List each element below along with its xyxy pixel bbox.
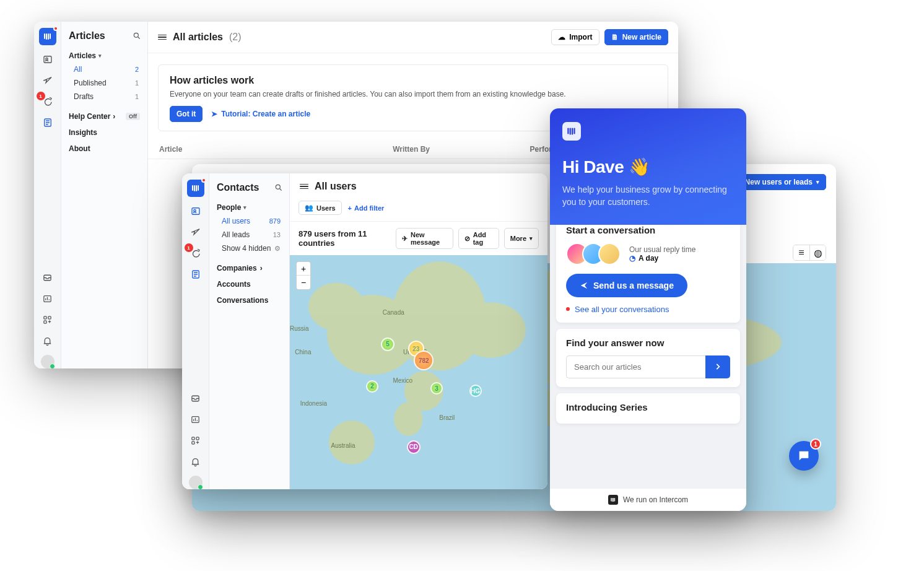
articles-subnav: Articles Articles▾ All2 Published1 Draft… xyxy=(61,22,148,368)
conversations-icon[interactable]: 1 xyxy=(189,246,203,260)
articles-icon[interactable] xyxy=(189,268,203,281)
svg-rect-9 xyxy=(44,316,46,318)
people-group-toggle[interactable]: People▾ xyxy=(209,199,289,214)
svg-rect-23 xyxy=(196,437,199,439)
about-link[interactable]: About xyxy=(61,141,147,157)
icon-rail-contacts: 1 xyxy=(182,173,209,489)
apps-icon[interactable] xyxy=(189,434,203,447)
articles-icon[interactable] xyxy=(41,116,54,129)
messenger-header: Hi Dave 👋 We help your business grow by … xyxy=(550,108,746,225)
send-message-button[interactable]: Send us a message xyxy=(566,274,687,297)
conversations-icon[interactable]: 1 xyxy=(41,95,54,108)
articles-group-toggle[interactable]: Articles▾ xyxy=(61,48,147,63)
svg-rect-29 xyxy=(573,128,575,134)
series-card: Introducing Series xyxy=(556,393,740,424)
new-message-button[interactable]: ✈New message xyxy=(396,228,453,249)
zoom-out-button[interactable]: − xyxy=(297,276,310,289)
run-on-intercom[interactable]: We run on Intercom xyxy=(550,488,746,511)
svg-rect-27 xyxy=(570,128,571,134)
map-marker[interactable]: 2 xyxy=(366,380,378,393)
menu-icon[interactable] xyxy=(158,35,167,40)
svg-point-12 xyxy=(134,33,138,37)
user-avatar[interactable] xyxy=(189,476,203,489)
accounts-link[interactable]: Accounts xyxy=(209,276,289,292)
zoom-in-button[interactable]: + xyxy=(297,262,310,276)
unread-dot-icon xyxy=(566,307,570,311)
subnav-item-published[interactable]: Published1 xyxy=(61,76,147,90)
outbound-icon[interactable] xyxy=(189,225,203,239)
intercom-logo-icon xyxy=(562,122,581,141)
menu-icon[interactable] xyxy=(300,184,308,190)
page-title: All articles xyxy=(173,32,223,43)
document-icon: 🗎 xyxy=(611,33,619,41)
svg-rect-24 xyxy=(192,441,194,443)
map-view-button[interactable]: ◍ xyxy=(809,245,826,260)
series-title: Introducing Series xyxy=(566,402,730,412)
inbox-icon[interactable] xyxy=(189,391,203,405)
callout-heading: How articles work xyxy=(170,75,656,86)
conversations-link[interactable]: Conversations xyxy=(209,292,289,308)
tutorial-link[interactable]: ➤Tutorial: Create an article xyxy=(211,110,310,118)
filter-bar: 👥Users +Add filter xyxy=(290,194,547,222)
new-article-button[interactable]: 🗎New article xyxy=(604,29,668,45)
search-articles-input[interactable] xyxy=(566,355,705,378)
notifications-icon[interactable] xyxy=(41,334,54,347)
gear-icon: ⚙ xyxy=(274,245,281,253)
app-logo-icon[interactable] xyxy=(39,28,56,45)
subnav-item-all-leads[interactable]: All leads13 xyxy=(209,228,289,242)
add-filter-link[interactable]: +Add filter xyxy=(348,204,385,212)
plus-icon: + xyxy=(348,204,352,212)
reports-icon[interactable] xyxy=(189,412,203,426)
list-view-button[interactable]: ≡ xyxy=(793,245,809,260)
map-marker[interactable]: 3 xyxy=(430,382,443,394)
notifications-icon[interactable] xyxy=(189,455,203,468)
map-marker[interactable]: 5 xyxy=(381,338,394,351)
import-button[interactable]: ☁Import xyxy=(551,29,599,45)
subnav-item-all-users[interactable]: All users879 xyxy=(209,214,289,228)
map-label-canada: Canada xyxy=(383,309,404,316)
search-icon[interactable] xyxy=(133,32,141,40)
greeting-sub: We help your business grow by connecting… xyxy=(562,183,734,209)
help-center-link[interactable]: Help Center› Off xyxy=(61,108,147,124)
users-map[interactable]: + − Canada United S. Mexico Brazil Russi… xyxy=(290,255,547,489)
more-button[interactable]: More▾ xyxy=(504,228,539,249)
search-icon[interactable] xyxy=(274,183,283,192)
see-all-conversations-link[interactable]: See all your conversations xyxy=(566,305,730,314)
got-it-button[interactable]: Got it xyxy=(170,106,203,122)
svg-rect-31 xyxy=(612,498,612,502)
inbox-icon[interactable] xyxy=(41,271,54,284)
user-avatar[interactable] xyxy=(41,355,54,368)
find-answer-card: Find your answer now xyxy=(556,329,740,387)
contacts-icon[interactable] xyxy=(41,53,54,66)
map-marker[interactable]: 782 xyxy=(414,351,434,370)
map-marker[interactable]: CD xyxy=(407,440,421,454)
outbound-icon[interactable] xyxy=(41,74,54,87)
companies-link[interactable]: Companies› xyxy=(209,260,289,276)
contacts-icon[interactable] xyxy=(189,204,203,218)
tag-icon: ⊘ xyxy=(464,235,470,243)
map-label-australia: Australia xyxy=(331,442,355,449)
contacts-window: 1 Contacts People▾ All users879 All lead… xyxy=(182,173,547,489)
users-chip[interactable]: 👥Users xyxy=(299,201,342,215)
search-go-button[interactable] xyxy=(705,355,730,378)
chevron-down-icon: ▾ xyxy=(243,204,246,211)
map-marker[interactable]: HG xyxy=(469,385,482,397)
new-users-or-leads-button[interactable]: New users or leads ▾ xyxy=(738,174,826,190)
subnav-item-drafts[interactable]: Drafts1 xyxy=(61,90,147,103)
svg-rect-14 xyxy=(194,185,195,191)
contacts-main: All users 👥Users +Add filter 879 users f… xyxy=(290,173,547,489)
globe-icon: ◍ xyxy=(814,247,822,259)
map-label-china: China xyxy=(295,349,311,355)
subnav-item-all[interactable]: All2 xyxy=(61,63,147,76)
svg-rect-30 xyxy=(611,498,611,502)
subnav-item-show-hidden[interactable]: Show 4 hidden⚙ xyxy=(209,242,289,255)
add-tag-button[interactable]: ⊘Add tag xyxy=(458,228,499,249)
reports-icon[interactable] xyxy=(41,292,54,305)
insights-link[interactable]: Insights xyxy=(61,124,147,141)
cursor-icon: ➤ xyxy=(211,110,217,118)
svg-rect-11 xyxy=(44,320,46,323)
apps-icon[interactable] xyxy=(41,313,54,326)
messenger-launcher[interactable]: 1 xyxy=(789,441,819,471)
icon-rail-articles: 1 xyxy=(34,22,61,368)
app-logo-icon[interactable] xyxy=(187,180,204,197)
